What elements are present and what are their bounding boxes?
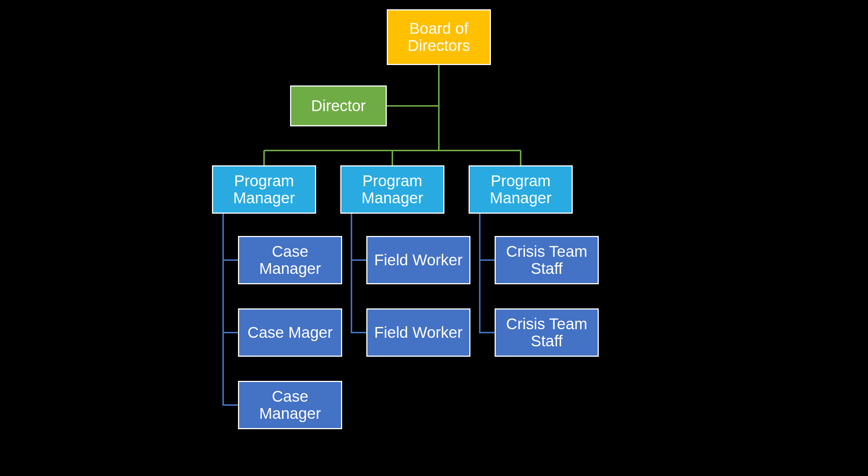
node-label: Field Worker [374,324,462,341]
org-chart: Board of DirectorsDirectorProgram Manage… [0,0,868,476]
node-pm2: Program Manager [340,165,444,214]
node-label: Program Manager [344,172,440,207]
node-label: Crisis Team Staff [499,243,595,277]
node-ct2: Crisis Team Staff [495,308,599,357]
node-pm3: Program Manager [469,165,573,214]
node-label: Case Manager [242,388,338,422]
node-fw1: Field Worker [366,236,470,284]
node-cm2: Case Mager [238,308,342,357]
node-label: Case Manager [242,243,338,277]
node-label: Program Manager [473,172,569,207]
connector-10 [351,214,366,333]
node-cm3: Case Manager [238,381,342,429]
connector-12 [480,214,495,333]
connector-7 [223,214,238,405]
node-label: Program Manager [216,172,312,207]
node-label: Case Mager [248,324,333,341]
node-label: Board of Directors [391,20,487,54]
node-label: Field Worker [374,252,462,269]
node-label: Director [311,97,366,114]
node-fw2: Field Worker [366,308,470,357]
node-ct1: Crisis Team Staff [495,236,599,284]
node-cm1: Case Manager [238,236,342,284]
node-label: Crisis Team Staff [499,315,595,350]
node-director: Director [290,85,387,126]
node-board: Board of Directors [387,9,491,65]
node-pm1: Program Manager [212,165,316,214]
